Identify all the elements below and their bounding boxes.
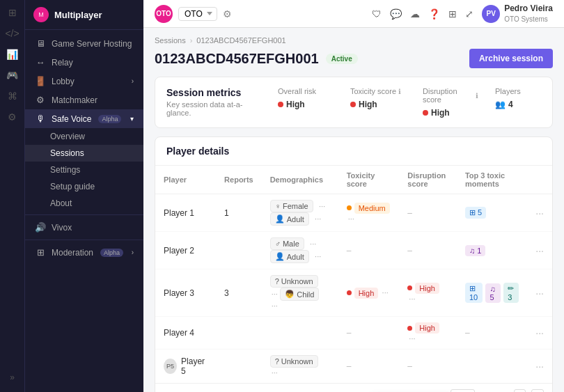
safe-voice-label: Safe Voice — [52, 114, 91, 124]
disruption-label: High — [415, 322, 439, 334]
tag-more[interactable]: ··· — [272, 368, 278, 377]
grid-icon[interactable]: ⊞ — [448, 8, 457, 19]
sidebar-sub-setup[interactable]: Setup guide — [25, 178, 143, 195]
sidebar-sub-about[interactable]: About — [25, 195, 143, 212]
toxicity-cell: – — [338, 350, 400, 384]
disruption-label: High — [415, 283, 439, 294]
avatar: PV — [482, 5, 500, 23]
tag-more[interactable]: ··· — [319, 202, 325, 210]
safe-voice-badge: Alpha — [98, 115, 121, 123]
page-header: 0123ABCD4567EFGH001 Active Archive sessi… — [155, 49, 553, 68]
tag-more[interactable]: ··· — [315, 214, 321, 223]
topbar-app-icon: OTO — [155, 5, 173, 23]
disruption-dot — [407, 285, 412, 290]
metric-toxicity-score: Toxicity score ℹ High — [350, 87, 406, 109]
chat-icon[interactable]: 💬 — [390, 8, 402, 19]
user-org: OTO Systems — [504, 15, 553, 24]
player-table: Player Reports Demographics Toxicity sco… — [155, 166, 552, 383]
sidebar-app-title: Multiplayer — [54, 10, 102, 20]
table-header-row: Player Reports Demographics Toxicity sco… — [155, 166, 552, 194]
tag-more[interactable]: ··· — [272, 301, 278, 310]
row-more-btn[interactable]: ··· — [535, 288, 544, 299]
player-name-cell: Player 3 — [155, 269, 216, 317]
moments-cell: – — [457, 317, 527, 350]
toxicity-info-icon[interactable]: ℹ — [398, 88, 401, 95]
age-tag: 👤 Adult — [270, 250, 309, 263]
nav-expand-btn[interactable]: » — [10, 373, 15, 382]
sidebar-sub-settings[interactable]: Settings — [25, 162, 143, 178]
actions-cell: ··· — [527, 194, 552, 232]
table-row: P5 Player 5 ? Unknown ··· — [155, 350, 552, 384]
toxicity-label: Medium — [354, 203, 390, 214]
nav-icon-layers[interactable]: ⊞ — [8, 7, 17, 18]
tag-more[interactable]: ··· — [310, 240, 316, 248]
sidebar-item-vivox[interactable]: 🔊 Vivox — [25, 218, 143, 237]
avatar: P5 — [164, 359, 177, 374]
expand-icon[interactable]: ⤢ — [465, 8, 473, 19]
col-player: Player — [155, 166, 216, 194]
table-row: Player 3 3 ? Unknown ··· 👦 Child ··· — [155, 269, 552, 317]
row-more-btn[interactable]: ··· — [535, 245, 544, 256]
moment-badge: ♫ 5 — [485, 283, 501, 303]
row-more-btn[interactable]: ··· — [535, 207, 544, 219]
app-selector[interactable]: OTO — [178, 7, 217, 21]
topbar-gear-icon[interactable]: ⚙ — [223, 8, 232, 19]
sidebar-nav: 🖥 Game Server Hosting ↔ Relay 🚪 Lobby › … — [25, 30, 143, 266]
help-icon[interactable]: ❓ — [428, 8, 440, 19]
col-actions — [527, 166, 552, 194]
score-more[interactable]: ··· — [348, 214, 354, 223]
tag-more[interactable]: ··· — [315, 252, 321, 260]
breadcrumb-parent[interactable]: Sessions — [155, 36, 186, 45]
actions-cell: ··· — [527, 317, 552, 350]
metrics-title: Session metrics — [166, 87, 257, 98]
shield-icon[interactable]: 🛡 — [372, 8, 382, 19]
score-more[interactable]: ··· — [409, 334, 415, 343]
player-name-cell: Player 1 — [155, 194, 216, 232]
tag-more[interactable]: ··· — [272, 290, 278, 298]
disruption-info-icon[interactable]: ℹ — [476, 92, 478, 100]
lobby-arrow-icon: › — [132, 77, 134, 85]
player-name-cell: P5 Player 5 — [155, 350, 216, 384]
status-badge: Active — [326, 54, 358, 64]
matchmaker-label: Matchmaker — [52, 95, 97, 105]
score-more[interactable]: ··· — [409, 295, 415, 303]
sidebar-header: M Multiplayer — [25, 0, 143, 30]
player-table-wrap: Player Reports Demographics Toxicity sco… — [155, 166, 552, 392]
nav-icon-terminal[interactable]: ⌘ — [8, 91, 17, 102]
sidebar-item-matchmaker[interactable]: ⚙ Matchmaker — [25, 91, 143, 109]
sidebar-item-game-server[interactable]: 🖥 Game Server Hosting — [25, 34, 143, 53]
nav-icon-code[interactable]: </> — [5, 28, 19, 39]
reports-cell: 1 — [216, 194, 262, 232]
nav-icon-chart[interactable]: 📊 — [6, 49, 18, 60]
sidebar-item-moderation[interactable]: ⊞ Moderation Alpha › — [25, 243, 143, 262]
player-name-cell: Player 2 — [155, 232, 216, 269]
moderation-label: Moderation — [52, 248, 93, 258]
table-row: Player 2 ♂ Male ··· 👤 Adult ··· — [155, 232, 552, 269]
pagination-next-button[interactable]: › — [531, 389, 544, 392]
sidebar-item-relay[interactable]: ↔ Relay — [25, 53, 143, 72]
pagination-prev-button[interactable]: ‹ — [514, 389, 526, 392]
sidebar-item-lobby[interactable]: 🚪 Lobby › — [25, 72, 143, 91]
row-more-btn[interactable]: ··· — [535, 327, 544, 338]
disruption-cell: High ··· — [399, 269, 457, 317]
topbar-right: 🛡 💬 ☁ ❓ ⊞ ⤢ PV Pedro Vieira OTO Systems — [372, 3, 553, 24]
demographics-cell: ♀ Female ··· 👤 Adult ··· — [262, 194, 338, 232]
demographics-cell — [262, 317, 338, 350]
rows-per-page-select[interactable]: 10 25 50 — [451, 389, 475, 392]
page-title: 0123ABCD4567EFGH001 — [155, 51, 319, 67]
actions-cell: ··· — [527, 232, 552, 269]
moderation-icon: ⊞ — [35, 247, 46, 258]
reports-cell — [216, 350, 262, 384]
row-more-btn[interactable]: ··· — [535, 361, 544, 372]
sidebar-item-safe-voice[interactable]: 🎙 Safe Voice Alpha ▾ — [25, 109, 143, 128]
archive-session-button[interactable]: Archive session — [469, 49, 553, 68]
gender-tag: ♂ Male — [270, 237, 304, 250]
cloud-icon[interactable]: ☁ — [410, 8, 420, 19]
score-more[interactable]: ··· — [382, 288, 389, 297]
nav-icon-gamepad[interactable]: 🎮 — [6, 70, 18, 81]
nav-icon-gear[interactable]: ⚙ — [8, 111, 17, 123]
reports-cell: 3 — [216, 269, 262, 317]
metric-overall-risk: Overall risk High — [278, 87, 334, 109]
sidebar-sub-sessions[interactable]: Sessions — [25, 145, 143, 162]
sidebar-sub-overview[interactable]: Overview — [25, 128, 143, 145]
